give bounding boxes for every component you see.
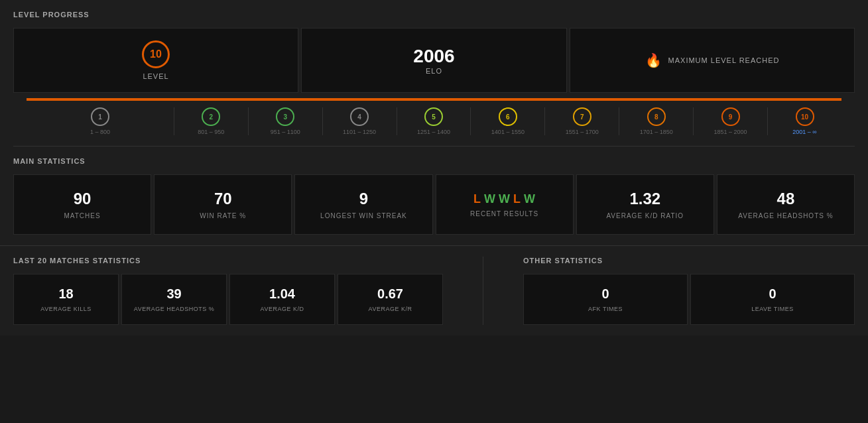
level-badge: 10 [142, 40, 170, 68]
elo-card: 2006 ELO [301, 28, 567, 93]
node-range-1: 1 – 800 [90, 129, 110, 135]
last20-value-3: 0.67 [377, 286, 403, 302]
recent-results: LWWLW [473, 192, 535, 206]
node-range-8: 1701 – 1850 [640, 129, 673, 135]
stats-cards: 90MATCHES70WIN RATE %9LONGEST WIN STREAK… [13, 174, 855, 235]
last20-card-3: 0.67AVERAGE K/R [338, 274, 443, 325]
main-stat-card-2: 9LONGEST WIN STREAK [294, 174, 432, 235]
other-stats-title: OTHER STATISTICS [523, 257, 855, 265]
elo-label: ELO [426, 67, 442, 75]
level-node-5: 51251 – 1400 [397, 107, 471, 135]
other-stat-card-0: 0AFK TIMES [523, 274, 688, 325]
max-level-card: 🔥 MAXIMUM LEVEL REACHED [570, 28, 855, 93]
node-circle-4: 4 [350, 107, 369, 126]
level-node-9: 91851 – 2000 [693, 107, 767, 135]
stat-value-4: 1.32 [629, 190, 660, 208]
node-circle-7: 7 [573, 107, 591, 126]
node-range-5: 1251 – 1400 [417, 129, 450, 135]
level-node-2: 2801 – 950 [174, 107, 248, 135]
main-stat-card-1: 70WIN RATE % [154, 174, 292, 235]
progress-bar-fill [27, 98, 841, 101]
main-stats-section: MAIN STATISTICS 90MATCHES70WIN RATE %9LO… [0, 147, 868, 246]
node-range-2: 801 – 950 [198, 129, 224, 135]
max-level-text: MAXIMUM LEVEL REACHED [668, 56, 780, 64]
last20-value-1: 39 [166, 286, 181, 302]
stat-value-1: 70 [214, 190, 232, 208]
flame-icon: 🔥 [645, 52, 662, 68]
last20-section: LAST 20 MATCHES STATISTICS 18AVERAGE KIL… [13, 257, 443, 325]
other-stat-card-1: 0LEAVE TIMES [690, 274, 855, 325]
last20-label-2: AVERAGE K/D [261, 306, 304, 312]
result-l-3: L [513, 192, 521, 206]
level-node-8: 81701 – 1850 [619, 107, 693, 135]
other-stats-cards: 0AFK TIMES0LEAVE TIMES [523, 274, 855, 325]
result-w-3: W [484, 192, 495, 206]
level-card: 10 LEVEL [13, 28, 298, 93]
bottom-section: LAST 20 MATCHES STATISTICS 18AVERAGE KIL… [0, 246, 868, 335]
level-progress-section: LEVEL PROGRESS 10 LEVEL 2006 ELO 🔥 MAXIM… [0, 0, 868, 147]
other-stat-value-1: 0 [769, 286, 776, 302]
level-node-7: 71551 – 1700 [544, 107, 619, 135]
stat-label-5: AVERAGE HEADSHOTS % [738, 212, 833, 219]
node-circle-3: 3 [276, 107, 294, 126]
level-node-3: 3951 – 1100 [248, 107, 322, 135]
level-cards: 10 LEVEL 2006 ELO 🔥 MAXIMUM LEVEL REACHE… [13, 28, 855, 93]
stat-label-0: MATCHES [64, 212, 101, 219]
last20-cards: 18AVERAGE KILLS39AVERAGE HEADSHOTS %1.04… [13, 274, 443, 325]
other-stat-value-0: 0 [601, 286, 609, 302]
other-stat-label-0: AFK TIMES [588, 306, 623, 312]
main-stats-title: MAIN STATISTICS [13, 157, 855, 165]
main-stat-card-5: 48AVERAGE HEADSHOTS % [717, 174, 855, 235]
stat-value-2: 9 [359, 190, 368, 208]
last20-label-1: AVERAGE HEADSHOTS % [134, 306, 214, 312]
node-range-3: 951 – 1100 [271, 129, 300, 135]
last20-card-0: 18AVERAGE KILLS [13, 274, 119, 325]
node-range-6: 1401 – 1550 [491, 129, 525, 135]
stat-label-4: AVERAGE K/D RATIO [606, 212, 684, 219]
main-stat-card-3: LWWLWRECENT RESULTS [436, 174, 574, 235]
progress-bar-track [27, 98, 841, 101]
node-circle-6: 6 [499, 107, 517, 126]
last20-label-0: AVERAGE KILLS [40, 306, 91, 312]
level-node-6: 61401 – 1550 [470, 107, 544, 135]
level-node-1: 11 – 800 [27, 107, 174, 135]
result-w-3: W [524, 192, 535, 206]
result-l-3: L [473, 192, 481, 206]
stat-label-1: WIN RATE % [200, 212, 246, 219]
last20-title: LAST 20 MATCHES STATISTICS [13, 257, 443, 265]
stat-value-0: 90 [74, 190, 92, 208]
progress-bar-area [13, 93, 855, 101]
elo-value: 2006 [413, 46, 454, 67]
node-circle-1: 1 [91, 107, 109, 126]
result-w-3: W [499, 192, 510, 206]
node-range-4: 1101 – 1250 [343, 129, 376, 135]
main-stat-card-4: 1.32AVERAGE K/D RATIO [576, 174, 714, 235]
node-circle-9: 9 [721, 107, 740, 126]
last20-value-2: 1.04 [269, 286, 295, 302]
last20-label-3: AVERAGE K/R [369, 306, 412, 312]
level-nodes: 11 – 8002801 – 9503951 – 110041101 – 125… [13, 101, 855, 147]
stat-label-3: RECENT RESULTS [470, 210, 538, 217]
node-range-7: 1551 – 1700 [566, 129, 599, 135]
node-circle-10: 10 [796, 107, 814, 126]
node-circle-8: 8 [647, 107, 666, 126]
node-circle-5: 5 [424, 107, 443, 126]
level-progress-title: LEVEL PROGRESS [13, 11, 855, 19]
main-stat-card-0: 90MATCHES [13, 174, 151, 235]
last20-card-2: 1.04AVERAGE K/D [229, 274, 335, 325]
last20-card-1: 39AVERAGE HEADSHOTS % [121, 274, 227, 325]
node-range-9: 1851 – 2000 [714, 129, 747, 135]
other-stat-label-1: LEAVE TIMES [751, 306, 794, 312]
last20-value-0: 18 [58, 286, 73, 302]
stat-label-2: LONGEST WIN STREAK [320, 212, 407, 219]
level-node-10: 102001 – ∞ [767, 107, 841, 135]
other-stats-section: OTHER STATISTICS 0AFK TIMES0LEAVE TIMES [523, 257, 855, 325]
level-node-4: 41101 – 1250 [322, 107, 397, 135]
level-label: LEVEL [143, 72, 168, 80]
node-circle-2: 2 [202, 107, 220, 126]
section-divider [483, 257, 483, 325]
stat-value-5: 48 [777, 190, 795, 208]
node-range-10: 2001 – ∞ [792, 129, 816, 135]
